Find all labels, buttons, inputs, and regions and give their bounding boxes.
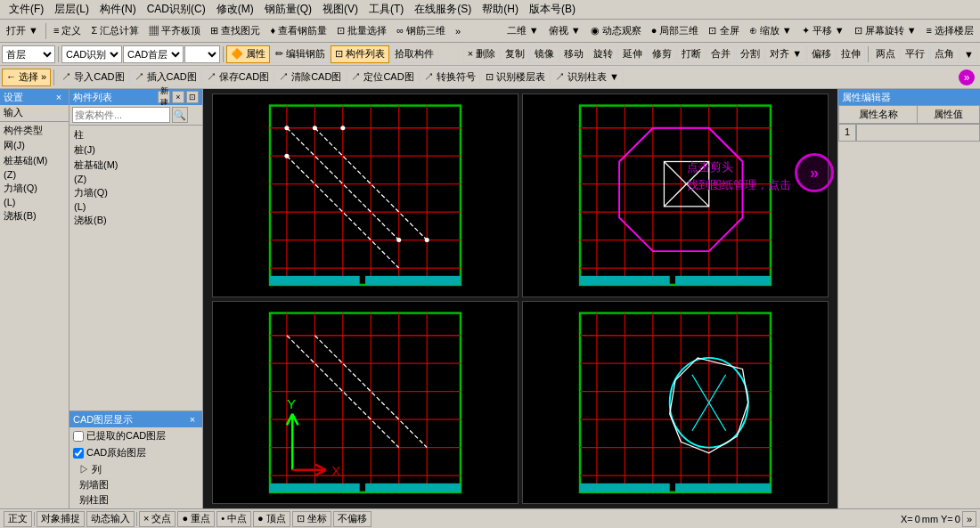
find-btn[interactable]: ⊞ 查找图元 [206, 21, 265, 41]
save-cad-btn[interactable]: ↗ 保存CAD图 [202, 69, 274, 86]
cad-identify-select[interactable]: CAD识别 [61, 45, 122, 63]
identify-floor-btn[interactable]: ⊡ 识别楼层表 [481, 69, 550, 86]
viewport-bl[interactable]: Y X [212, 301, 519, 505]
dynamic-obs-btn[interactable]: ◉ 动态观察 [586, 21, 646, 41]
left-item-comptype[interactable]: 构件类型 [0, 123, 69, 138]
define-btn[interactable]: ≡ 定义 [49, 21, 86, 41]
status-vertex-btn[interactable]: ● 顶点 [253, 511, 290, 527]
attr-value-cell[interactable] [856, 124, 980, 142]
open-btn[interactable]: 打开 ▼ [2, 21, 43, 41]
comp-item-z[interactable]: (Z) [71, 173, 200, 185]
menu-view[interactable]: 视图(V) [317, 2, 363, 17]
left-item-pile-found[interactable]: 桩基础(M) [0, 153, 69, 168]
menu-modify[interactable]: 修改(M) [211, 2, 259, 17]
menu-cad[interactable]: CAD识别(C) [142, 2, 211, 17]
cad-layer-checkbox-original[interactable] [73, 448, 84, 459]
insert-cad-btn[interactable]: ↗ 插入CAD图 [130, 69, 201, 86]
left-panel-close[interactable]: × [53, 91, 65, 103]
batch-btn[interactable]: ⊡ 批量选择 [332, 21, 391, 41]
level-btn[interactable]: ▦ 平齐板顶 [144, 21, 205, 41]
extend-btn[interactable]: 延伸 [618, 45, 647, 63]
status-cross-btn[interactable]: × 交点 [139, 511, 176, 527]
rotate-btn[interactable]: ⊡ 屏幕旋转 ▼ [850, 21, 921, 41]
left-item-wall[interactable]: 力墙(Q) [0, 181, 69, 196]
cad-layer-close[interactable]: × [186, 413, 199, 426]
move-btn[interactable]: 移动 [559, 45, 588, 63]
new-comp-btn[interactable]: 新建 [158, 91, 170, 103]
comp-item-pillar[interactable]: 柱 [71, 127, 200, 142]
viewport-br[interactable] [522, 301, 829, 505]
copy-btn2[interactable]: 复制 [501, 45, 529, 63]
status-coord-btn[interactable]: ⊡ 坐标 [292, 511, 331, 527]
align-btn[interactable]: 对齐 ▼ [765, 45, 806, 63]
trim-btn[interactable]: 修剪 [648, 45, 676, 63]
comp-item-pile[interactable]: 桩(J) [71, 142, 200, 158]
parallel-btn[interactable]: 平行 [901, 45, 929, 63]
more-toolbar2[interactable]: ▼ [960, 45, 978, 63]
status-zhengwen-btn[interactable]: 正文 [4, 511, 32, 527]
menu-online[interactable]: 在线服务(S) [409, 2, 477, 17]
viewport-tr[interactable] [522, 93, 829, 297]
delete-comp-btn[interactable]: × [172, 91, 184, 103]
left-item-input[interactable]: 输入 [0, 105, 69, 120]
select-tool-btn[interactable]: ← 选择 » [2, 69, 51, 86]
copy-comp-btn[interactable]: ⊡ [186, 91, 199, 103]
merge-btn[interactable]: 合并 [706, 45, 735, 63]
locate-cad-btn[interactable]: ↗ 定位CAD图 [347, 69, 418, 86]
cad-layer-tree-item2[interactable]: 别墙图 [77, 477, 195, 492]
menu-version[interactable]: 版本号(B) [524, 2, 581, 17]
status-more-btn[interactable]: » [962, 511, 976, 527]
delete-btn[interactable]: × 删除 [463, 45, 500, 63]
left-item-net[interactable]: 网(J) [0, 138, 69, 153]
pan-btn[interactable]: ✦ 平移 ▼ [797, 21, 849, 41]
comp-list-btn[interactable]: ⊡ 构件列表 [331, 45, 389, 63]
clear-cad-btn[interactable]: ↗ 清除CAD图 [274, 69, 346, 86]
status-dynin-btn[interactable]: 动态输入 [86, 511, 135, 527]
comp-item-wall[interactable]: 力墙(Q) [71, 185, 200, 200]
rebar-view-btn[interactable]: ♦ 查看钢筋量 [265, 21, 331, 41]
zoom-btn[interactable]: ⊕ 缩放 ▼ [745, 21, 796, 41]
more-cad-btn[interactable]: » [959, 69, 975, 85]
status-snap-btn[interactable]: 对象捕捉 [37, 511, 85, 527]
extra-select[interactable] [184, 45, 220, 63]
comp-item-l[interactable]: (L) [71, 200, 200, 213]
comp-item-slab[interactable]: 浇板(B) [71, 213, 200, 228]
status-nooffset-btn[interactable]: 不偏移 [333, 511, 372, 527]
property-btn[interactable]: 🔶 属性 [226, 45, 270, 63]
more-toolbar1-btn[interactable]: » [451, 21, 465, 41]
left-item-z[interactable]: (Z) [0, 168, 69, 181]
layer-select[interactable]: 首层 [2, 45, 55, 63]
viewport-tl[interactable] [212, 93, 519, 297]
canvas-area[interactable]: Y X [203, 89, 837, 508]
rotate-btn2[interactable]: 旋转 [589, 45, 617, 63]
search-btn[interactable]: 🔍 [172, 107, 188, 123]
comp-item-pile-found[interactable]: 桩基础(M) [71, 158, 200, 173]
left-item-l[interactable]: (L) [0, 196, 69, 208]
edit-rebar-btn[interactable]: ✏ 编辑钢筋 [271, 45, 330, 63]
menu-help[interactable]: 帮助(H) [477, 2, 524, 17]
import-cad-btn[interactable]: ↗ 导入CAD图 [57, 69, 128, 86]
mirror-btn[interactable]: 镜像 [530, 45, 559, 63]
2d-btn[interactable]: 二维 ▼ [502, 21, 543, 41]
offset-btn[interactable]: 偏移 [807, 45, 836, 63]
menu-component[interactable]: 构件(N) [94, 2, 142, 17]
status-mid-btn[interactable]: • 中点 [216, 511, 251, 527]
cad-layer-checkbox-extracted[interactable] [73, 431, 84, 442]
pointangle-btn[interactable]: 点角 [930, 45, 959, 63]
cad-layer-tree-item1[interactable]: ▷ 列 [77, 462, 195, 477]
rebar3d-btn[interactable]: ∞ 钢筋三维 [392, 21, 450, 41]
cad-layer-tree-item3[interactable]: 别柱图 [77, 492, 195, 508]
break-btn[interactable]: 打断 [677, 45, 706, 63]
local3d-btn[interactable]: ● 局部三维 [647, 21, 704, 41]
search-input[interactable] [72, 107, 170, 123]
sum-btn[interactable]: Σ 汇总计算 [86, 21, 143, 41]
status-heavy-btn[interactable]: ● 重点 [177, 511, 215, 527]
menu-file[interactable]: 文件(F) [4, 2, 49, 17]
pick-comp-btn[interactable]: 拾取构件 [390, 45, 438, 63]
fullscreen-btn[interactable]: ⊡ 全屏 [704, 21, 743, 41]
menu-tools[interactable]: 工具(T) [363, 2, 409, 17]
stretch-btn[interactable]: 拉伸 [837, 45, 865, 63]
cad-floor-select[interactable]: CAD首层 [123, 45, 184, 63]
select-floor-btn[interactable]: ≡ 选择楼层 [922, 21, 978, 41]
topview-btn[interactable]: 俯视 ▼ [544, 21, 585, 41]
